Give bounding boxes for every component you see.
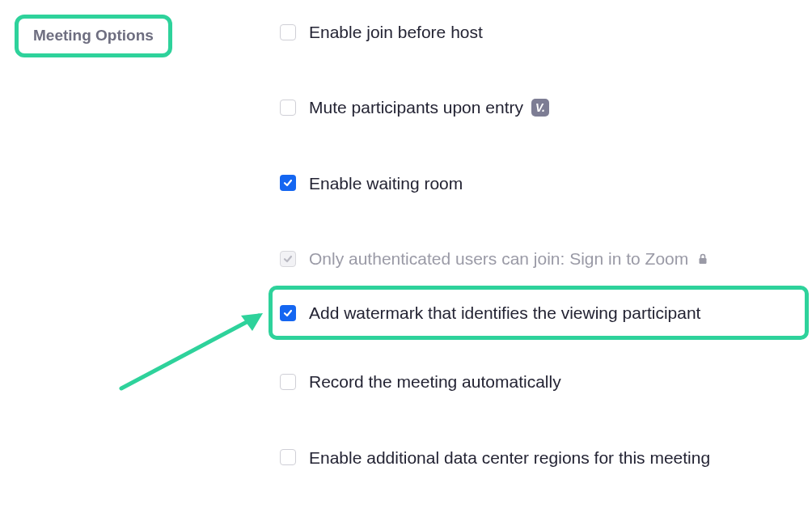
- checkbox-join-before-host[interactable]: [280, 24, 296, 40]
- checkbox-watermark[interactable]: [280, 305, 296, 321]
- checkbox-data-center[interactable]: [280, 449, 296, 465]
- option-join-before-host: Enable join before host: [280, 16, 812, 48]
- option-label: Record the meeting automatically: [309, 371, 561, 392]
- checkbox-auth-users: [280, 251, 296, 267]
- option-label: Add watermark that identifies the viewin…: [309, 302, 700, 324]
- svg-rect-0: [700, 258, 707, 264]
- option-label: Enable join before host: [309, 21, 483, 43]
- checkbox-mute-on-entry[interactable]: [280, 100, 296, 116]
- option-watermark: Add watermark that identifies the viewin…: [280, 297, 812, 329]
- option-data-center: Enable additional data center regions fo…: [280, 442, 812, 473]
- option-auto-record: Record the meeting automatically: [280, 366, 812, 397]
- option-waiting-room: Enable waiting room: [280, 167, 812, 199]
- option-label: Mute participants upon entry: [309, 96, 523, 118]
- option-label: Enable waiting room: [309, 172, 463, 194]
- option-auth-users: Only authenticated users can join: Sign …: [280, 243, 812, 274]
- meeting-options-list: Enable join before host Mute participant…: [275, 0, 812, 486]
- lock-icon: [698, 253, 708, 265]
- checkbox-auto-record[interactable]: [280, 374, 296, 390]
- option-mute-on-entry: Mute participants upon entry V.: [280, 91, 812, 123]
- section-title: Meeting Options: [15, 15, 172, 57]
- version-badge-icon: V.: [531, 99, 549, 117]
- option-label: Only authenticated users can join: Sign …: [309, 248, 688, 269]
- checkbox-waiting-room[interactable]: [280, 175, 296, 191]
- option-label: Enable additional data center regions fo…: [309, 447, 710, 469]
